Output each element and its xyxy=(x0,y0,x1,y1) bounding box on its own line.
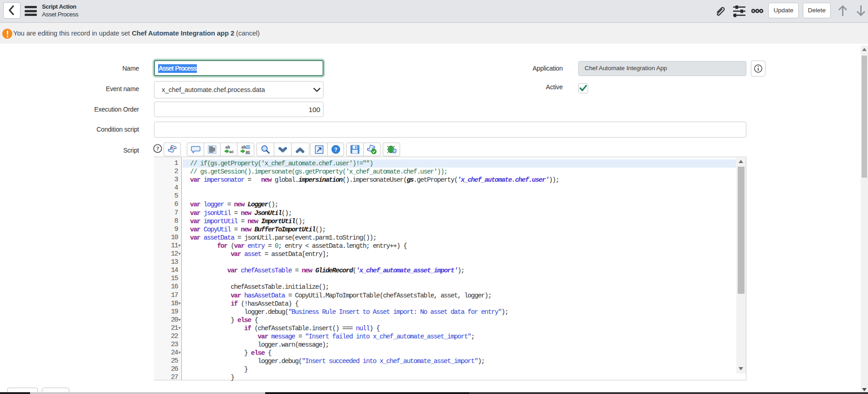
svg-text:?: ? xyxy=(156,145,159,152)
svg-text:ac: ac xyxy=(229,149,234,154)
svg-text:?: ? xyxy=(334,147,337,153)
svg-text:ab: ab xyxy=(241,145,247,149)
svg-text:ab: ab xyxy=(226,145,231,149)
svg-text:ac: ac xyxy=(246,149,250,154)
